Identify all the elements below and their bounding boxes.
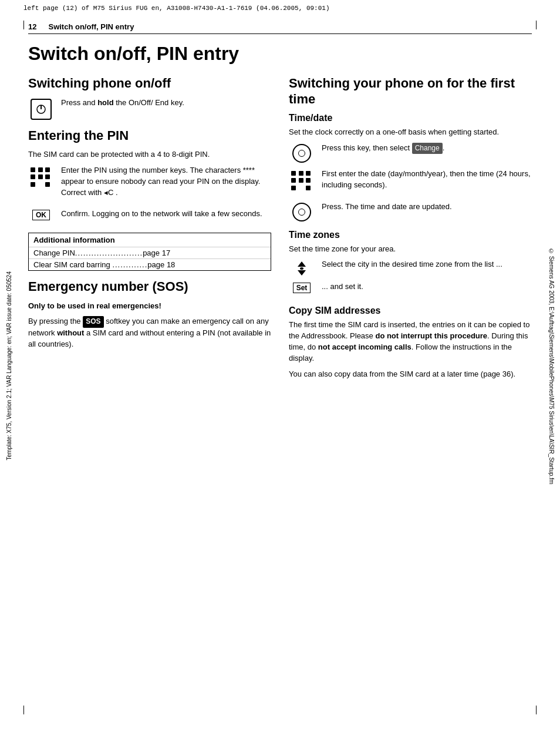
info-row-page-1: page 17 [143, 249, 170, 257]
time-step3-row: Press. The time and date are updated. [289, 202, 532, 221]
emergency-warning: Only to be used in real emergencies! [28, 301, 271, 312]
arrow-down-icon [298, 270, 306, 276]
pin-heading: Entering the PIN [28, 128, 271, 143]
keypad-row: Enter the PIN using the number keys. The… [28, 165, 271, 203]
time-step2-row: First enter the date (day/month/year), t… [289, 169, 532, 196]
emergency-body: By pressing the SOS softkey you can make… [28, 316, 271, 350]
copy-sim-para2: You can also copy data from the SIM card… [289, 369, 532, 380]
keypad-dot [306, 186, 311, 190]
timezone-step1-text: Select the city in the desired time zone… [322, 259, 502, 270]
keypad-dot [306, 178, 311, 183]
left-column: Switching phone on/off Press and hold th… [28, 76, 271, 388]
two-column-layout: Switching phone on/off Press and hold th… [28, 76, 532, 388]
keypad-dot [306, 171, 311, 176]
first-time-heading: Switching your phone on for the first ti… [289, 76, 532, 107]
timezone-step1-row: Select the city in the desired time zone… [289, 259, 532, 276]
info-box-row-1: Change PIN.........................page … [29, 247, 271, 258]
sidebar-left: Template: X75, Version 2.1; VAR Language… [0, 0, 18, 732]
pin-section: Entering the PIN The SIM card can be pro… [28, 128, 271, 271]
pin-intro: The SIM card can be protected with a 4 t… [28, 149, 271, 160]
keypad-dot [38, 167, 43, 172]
keypad-icon-2 [291, 171, 312, 192]
section-header-title: Switch on/off, PIN entry [48, 22, 134, 31]
keypad-dot-empty [299, 186, 303, 190]
info-row-label-2: Clear SIM card barring [33, 260, 112, 269]
keypad-text: Enter the PIN using the number keys. The… [61, 165, 271, 199]
copy-sim-heading: Copy SIM addresses [289, 305, 532, 316]
keypad-icon-box [28, 166, 54, 189]
info-row-dots-1: ......................... [75, 249, 143, 257]
ok-row: OK Confirm. Logging on to the network wi… [28, 209, 271, 224]
time-zones-intro: Set the time zone for your area. [289, 244, 532, 255]
set-badge-box: Set [289, 283, 315, 293]
time-date-intro: Set the clock correctly on a one-off bas… [289, 127, 532, 138]
info-box-row-2: Clear SIM card barring .............page… [29, 258, 271, 270]
keypad-dot [299, 171, 303, 176]
page-number: 12 [28, 22, 36, 31]
circle-key-icon-box [289, 144, 315, 163]
arrow-up-icon [298, 261, 306, 267]
corner-mark-tr [536, 21, 537, 29]
keypad-dot [31, 167, 35, 172]
time-date-section: Time/date Set the clock correctly on a o… [289, 113, 532, 221]
sidebar-right: © Siemens AG 2003, E:\Auftrag\Siemens\Mo… [542, 0, 560, 732]
circle-key-icon-box-2 [289, 203, 315, 221]
info-row-label-1: Change PIN [33, 249, 75, 257]
page-header: 12 Switch on/off, PIN entry [28, 22, 532, 34]
keypad-dot [291, 186, 296, 190]
circle-key-inner-2 [298, 209, 305, 216]
ok-icon-box: OK [28, 210, 54, 220]
top-bar-text: left page (12) of M75 Sirius FUG en, A31… [23, 5, 537, 12]
time-step2-text: First enter the date (day/month/year), t… [322, 169, 532, 191]
change-badge: Change [412, 143, 443, 154]
keypad-icon [31, 167, 52, 189]
switching-text: Press and hold the On/Off/ End key. [61, 98, 184, 109]
circle-key-inner [298, 150, 305, 157]
info-row-page-2: page 18 [147, 260, 175, 269]
ok-button: OK [32, 210, 50, 220]
info-row-dots-2: ............. [112, 260, 147, 269]
keypad-dot [291, 171, 296, 176]
keypad-icon-box-2 [289, 170, 315, 192]
nav-center-dot [300, 267, 303, 270]
emergency-section: Emergency number (SOS) Only to be used i… [28, 279, 271, 350]
keypad-dot [38, 174, 43, 179]
sidebar-left-text: Template: X75, Version 2.1; VAR Language… [6, 271, 12, 461]
first-time-section: Switching your phone on for the first ti… [289, 76, 532, 380]
corner-mark-br [536, 706, 537, 714]
switching-heading: Switching phone on/off [28, 76, 271, 91]
updown-icon-box [289, 260, 315, 276]
keypad-dot [45, 182, 50, 187]
timezone-step2-text: ... and set it. [322, 281, 363, 293]
sos-badge: SOS [83, 316, 103, 327]
timezone-set-row: Set ... and set it. [289, 281, 532, 297]
corner-mark-bl [23, 706, 24, 714]
keypad-dot [31, 174, 35, 179]
time-date-heading: Time/date [289, 113, 532, 123]
circle-key-icon [292, 144, 311, 163]
right-column: Switching your phone on for the first ti… [289, 76, 532, 388]
keypad-dot-empty [38, 182, 43, 187]
time-step3-text: Press. The time and date are updated. [322, 202, 452, 213]
copy-sim-para1: The first time the SIM card is inserted,… [289, 320, 532, 364]
switching-section: Switching phone on/off Press and hold th… [28, 76, 271, 119]
keypad-dot [45, 174, 50, 179]
keypad-dot [31, 182, 35, 187]
info-box: Additional information Change PIN.......… [28, 233, 271, 271]
sidebar-right-text: © Siemens AG 2003, E:\Auftrag\Siemens\Mo… [548, 248, 555, 484]
emergency-heading: Emergency number (SOS) [28, 279, 271, 294]
page-title: Switch on/off, PIN entry [28, 43, 532, 64]
time-step1-row: Press this key, then select Change. [289, 143, 532, 163]
circle-key-icon-2 [292, 203, 311, 221]
onoff-icon-box [28, 99, 54, 120]
ok-text: Confirm. Logging on to the network will … [61, 209, 262, 220]
corner-mark-tl [23, 21, 24, 29]
time-zones-section: Time zones Set the time zone for your ar… [289, 230, 532, 298]
keypad-dot [299, 178, 303, 183]
keypad-dot [45, 167, 50, 172]
copy-sim-section: Copy SIM addresses The first time the SI… [289, 305, 532, 380]
main-content: 12 Switch on/off, PIN entry Switch on/of… [28, 22, 532, 714]
keypad-dot [291, 178, 296, 183]
time-step1-text: Press this key, then select Change. [322, 143, 444, 154]
set-badge: Set [293, 283, 311, 293]
